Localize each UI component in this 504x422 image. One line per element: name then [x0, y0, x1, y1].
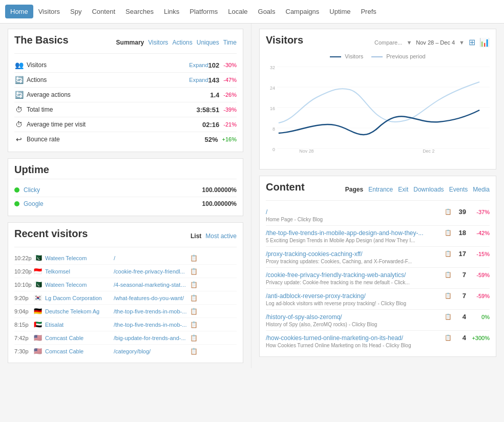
visitor-page[interactable]: /	[114, 255, 188, 261]
content-header: Content PagesEntranceExitDownloadsEvents…	[266, 181, 490, 201]
visitor-isp[interactable]: Etisalat	[45, 322, 112, 328]
content-url[interactable]: /cookie-free-privacy-friendly-tracking-w…	[266, 271, 443, 279]
visitor-isp[interactable]: Wateen Telecom	[45, 255, 112, 261]
basics-header: The Basics SummaryVisitorsActionsUniques…	[14, 34, 237, 54]
content-row: /cookie-free-privacy-friendly-tracking-w…	[266, 268, 490, 289]
row-value: 3:58:51	[197, 106, 220, 114]
content-url[interactable]: /history-of-spy-also-zeromq/	[266, 313, 443, 321]
visitor-detail-icon[interactable]: 📋	[190, 294, 198, 302]
visitor-row: 7:30p 🇺🇸 Comcast Cable /category/blog/ 📋	[14, 345, 237, 357]
content-detail-icon[interactable]: 📋	[445, 250, 452, 257]
visitor-detail-icon[interactable]: 📋	[190, 255, 198, 262]
content-percent: +300%	[470, 335, 490, 341]
content-percent: -15%	[470, 251, 490, 257]
visitor-page[interactable]: /the-top-five-trends-in-mob-...	[114, 308, 188, 314]
visitor-isp[interactable]: Deutsche Telekom Ag	[45, 308, 112, 314]
visitor-isp[interactable]: Lg Dacom Corporation	[45, 295, 112, 301]
visitor-detail-icon[interactable]: 📋	[190, 308, 198, 315]
date-range[interactable]: Nov 28 – Dec 4	[416, 39, 455, 46]
visitor-detail-icon[interactable]: 📋	[190, 348, 198, 355]
visitor-page[interactable]: /the-top-five-trends-in-mob-...	[114, 322, 188, 328]
visitor-isp[interactable]: Comcast Cable	[45, 335, 112, 341]
visitor-page[interactable]: /big-update-for-trends-and-...	[114, 335, 188, 341]
nav-item-visitors[interactable]: Visitors	[33, 5, 65, 18]
visitor-flag: 🇩🇪	[34, 307, 43, 315]
nav-item-prefs[interactable]: Prefs	[355, 5, 381, 18]
recent-visitors-header: Recent visitors ListMost active	[14, 228, 237, 247]
bar-chart-icon[interactable]: 📊	[479, 37, 490, 47]
row-icon: ⏱	[14, 120, 24, 129]
visitor-page[interactable]: /what-features-do-you-want/	[114, 295, 188, 301]
uptime-title: Uptime	[14, 164, 49, 175]
visitor-page[interactable]: /cookie-free-privacy-friendl...	[114, 268, 188, 275]
nav-item-locale[interactable]: Locale	[223, 5, 253, 18]
content-detail-icon[interactable]: 📋	[445, 334, 452, 341]
content-url[interactable]: /proxy-tracking-cookies-caching-xff/	[266, 250, 443, 258]
recent-visitors-tabs: ListMost active	[191, 233, 237, 240]
visitor-flag: 🇵🇰	[34, 281, 43, 288]
content-description: Home Page - Clicky Blog	[266, 217, 490, 222]
content-tab-media[interactable]: Media	[473, 186, 490, 193]
content-tab-downloads[interactable]: Downloads	[413, 186, 444, 193]
basics-tab-time[interactable]: Time	[223, 39, 237, 46]
svg-text:24: 24	[270, 86, 275, 91]
compare-button[interactable]: Compare...	[374, 39, 402, 46]
nav-item-uptime[interactable]: Uptime	[324, 5, 355, 18]
recent-tab-most-active[interactable]: Most active	[205, 233, 237, 240]
visitor-detail-icon[interactable]: 📋	[190, 321, 198, 328]
visitor-page[interactable]: /4-seasonal-marketing-stats-...	[114, 282, 188, 288]
uptime-site-name[interactable]: Clicky	[24, 186, 202, 194]
content-url[interactable]: /how-cookies-turned-online-marketing-on-…	[266, 334, 443, 342]
table-view-icon[interactable]: ⊞	[469, 37, 475, 47]
content-url[interactable]: /the-top-five-trends-in-mobile-app-desig…	[266, 229, 443, 237]
nav-item-home[interactable]: Home	[5, 5, 33, 18]
content-tab-entrance[interactable]: Entrance	[368, 186, 393, 193]
content-detail-icon[interactable]: 📋	[445, 271, 452, 278]
nav-item-goals[interactable]: Goals	[253, 5, 281, 18]
visit-time: 8:15p	[14, 322, 34, 328]
content-main-row: /how-cookies-turned-online-marketing-on-…	[266, 334, 490, 342]
visitor-detail-icon[interactable]: 📋	[190, 334, 198, 342]
visit-time: 10:22p	[14, 255, 34, 261]
content-detail-icon[interactable]: 📋	[445, 208, 452, 215]
content-detail-icon[interactable]: 📋	[445, 292, 452, 299]
nav-item-platforms[interactable]: Platforms	[184, 5, 223, 18]
nav-item-content[interactable]: Content	[87, 5, 120, 18]
content-tab-exit[interactable]: Exit	[398, 186, 408, 193]
visitor-page[interactable]: /category/blog/	[114, 348, 188, 354]
content-count: 39	[454, 208, 466, 216]
nav-item-links[interactable]: Links	[159, 5, 184, 18]
nav-item-searches[interactable]: Searches	[120, 5, 159, 18]
visitor-isp[interactable]: Wateen Telecom	[45, 282, 112, 288]
row-icon: 👥	[14, 60, 24, 70]
basics-tab-visitors[interactable]: Visitors	[148, 39, 168, 46]
content-tab-events[interactable]: Events	[449, 186, 468, 193]
visitor-isp[interactable]: Telkomsel	[45, 268, 112, 275]
visitor-row: 9:20p 🇰🇷 Lg Dacom Corporation /what-feat…	[14, 291, 237, 305]
content-percent: -42%	[470, 230, 490, 236]
nav-item-campaigns[interactable]: Campaigns	[281, 5, 325, 18]
recent-tab-list[interactable]: List	[191, 233, 201, 240]
basics-title: The Basics	[14, 34, 69, 46]
content-detail-icon[interactable]: 📋	[445, 229, 452, 236]
visitor-detail-icon[interactable]: 📋	[190, 281, 198, 288]
expand-link[interactable]: Expand	[189, 62, 208, 68]
recent-visitors-rows: 10:22p 🇵🇰 Wateen Telecom / 📋 10:20p 🇮🇩 T…	[14, 251, 237, 357]
visitor-detail-icon[interactable]: 📋	[190, 268, 198, 275]
uptime-row: Clicky 100.00000%	[14, 183, 237, 197]
basics-tab-summary[interactable]: Summary	[116, 39, 144, 46]
visitor-row: 8:15p 🇦🇪 Etisalat /the-top-five-trends-i…	[14, 318, 237, 331]
uptime-site-name[interactable]: Google	[24, 200, 202, 207]
basics-tab-uniques[interactable]: Uniques	[197, 39, 219, 46]
content-percent: -59%	[470, 272, 490, 278]
content-url[interactable]: /anti-adblock-reverse-proxy-tracking/	[266, 292, 443, 300]
visitor-row: 9:04p 🇩🇪 Deutsche Telekom Ag /the-top-fi…	[14, 305, 237, 318]
content-url[interactable]: /	[266, 208, 443, 216]
visit-time: 10:20p	[14, 268, 34, 275]
basics-tab-actions[interactable]: Actions	[172, 39, 192, 46]
content-tab-pages[interactable]: Pages	[345, 186, 363, 193]
nav-item-spy[interactable]: Spy	[65, 5, 87, 18]
content-detail-icon[interactable]: 📋	[445, 313, 452, 320]
visitor-isp[interactable]: Comcast Cable	[45, 348, 112, 354]
expand-link[interactable]: Expand	[189, 77, 208, 83]
